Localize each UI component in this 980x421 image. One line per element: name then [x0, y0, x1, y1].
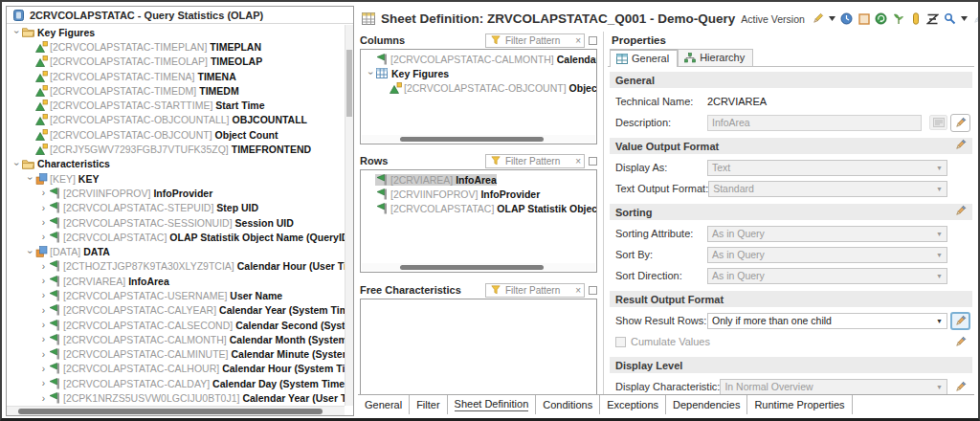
cumulate-values-checkbox[interactable] [615, 337, 626, 347]
tree-item[interactable]: [2CRVCOLAPSTATAC-TIMENA]TIMENA [7, 69, 345, 83]
free-collapse-toggle-icon[interactable] [589, 286, 597, 295]
chevron-right-icon[interactable]: › [39, 233, 48, 241]
rows-collapse-toggle-icon[interactable] [589, 157, 597, 166]
chevron-right-icon[interactable]: › [39, 379, 48, 388]
tree-item[interactable]: ›[2CRVCOLAPSTATAC-STEPUID]Step UID [7, 201, 345, 215]
tree-item[interactable]: ›Key Figures [7, 25, 345, 39]
sort-by-select[interactable]: As in Query▼ [707, 247, 947, 263]
sorting-attribute-select[interactable]: As in Query▼ [707, 226, 947, 242]
tree-item[interactable]: ›[2CRVCOLAPSTATAC-CALMINUTE]Calendar Min… [7, 347, 345, 362]
version-dropdown-caret-icon[interactable] [829, 12, 836, 26]
tree-item[interactable]: ›[2CRVCOLAPSTATAC-CALYEAR]Calendar Year … [7, 303, 345, 318]
properties-tab-hierarchy[interactable]: Hierarchy [678, 49, 753, 66]
rows-filter-input[interactable]: Filter Pattern × [485, 154, 585, 168]
display-characteristic-select[interactable]: In Normal Overview▼ [720, 379, 947, 395]
chevron-right-icon[interactable]: › [39, 218, 48, 227]
edit-display-characteristic-button[interactable] [950, 381, 970, 393]
chevron-right-icon[interactable]: › [39, 262, 48, 271]
tab-conditions[interactable]: Conditions [536, 395, 600, 414]
chevron-right-icon[interactable]: › [39, 321, 48, 329]
text-output-format-select[interactable]: Standard▼ [708, 181, 947, 197]
chevron-down-icon[interactable]: › [12, 28, 21, 36]
tools-dropdown-caret-icon[interactable] [961, 12, 969, 26]
tree-item[interactable]: ›[2CRVIAREA]InfoArea [7, 274, 345, 288]
tree-item[interactable]: ›[2CRVIINFOPROV]InfoProvider [7, 186, 345, 200]
activate-icon[interactable] [926, 12, 940, 26]
chevron-right-icon[interactable]: › [39, 188, 48, 197]
tab-sheet-definition[interactable]: Sheet Definition [448, 395, 537, 414]
tree-item[interactable]: [2CRVCOLAPSTATAC-STARTTIME]Start Time [7, 98, 345, 112]
columns-horizontal-scrollbar[interactable] [362, 135, 595, 143]
show-result-rows-select[interactable]: Only if more than one child▼ [707, 313, 947, 329]
rows-horizontal-scrollbar[interactable] [362, 263, 595, 271]
tree-item[interactable]: [2CRVCOLAPSTATAC]OLAP Statistik Object N… [361, 201, 596, 215]
chevron-right-icon[interactable]: › [39, 350, 48, 359]
tree-item[interactable]: [2CRJY5GWV7293FGBJ7VTUFK35ZQ]TIMEFRONTEN… [7, 142, 345, 156]
tree-item[interactable]: ›[DATA]DATA [7, 244, 345, 258]
columns-collapse-toggle-icon[interactable] [589, 36, 597, 45]
clear-filter-icon[interactable]: × [575, 156, 581, 166]
sprout-icon[interactable] [892, 12, 905, 26]
tab-filter[interactable]: Filter [410, 395, 447, 414]
chevron-down-icon[interactable]: › [26, 248, 34, 256]
chevron-right-icon[interactable]: › [39, 291, 48, 299]
chevron-down-icon[interactable]: › [12, 160, 21, 168]
sort-direction-select[interactable]: As in Query▼ [707, 268, 947, 284]
chevron-right-icon[interactable]: › [39, 306, 48, 315]
tree-item[interactable]: ›[KEY]KEY [7, 171, 345, 186]
chevron-right-icon[interactable]: › [39, 277, 48, 285]
description-field[interactable]: InfoArea [707, 115, 922, 131]
tools-icon[interactable] [944, 12, 957, 26]
tree-item[interactable]: ›[2CRVCOLAPSTATAC-USERNAME]User Name [7, 288, 345, 302]
tree-item[interactable]: ›[2CRVCOLAPSTATAC-CALDAY]Calendar Day (S… [7, 376, 345, 390]
left-horizontal-scrollbar[interactable] [7, 406, 345, 415]
edit-description-button[interactable] [950, 114, 970, 132]
tree-item[interactable]: [2CRVCOLAPSTATAC-TIMEDM]TIMEDM [7, 83, 345, 98]
tree-item[interactable]: ›[2CTHOZTJGP87K9TA30XLYZ9TCIA]Calendar H… [7, 259, 345, 274]
tree-item[interactable]: [2CRVCOLAPSTATAC-TIMEOLAP]TIMEOLAP [7, 55, 345, 69]
tree-item[interactable]: ›Key Figures [361, 66, 596, 80]
tree-item[interactable]: [2CRVCOLAPSTATAC-OBJCOUNT]Object Count [7, 127, 345, 142]
container-icon[interactable] [858, 12, 871, 26]
edit-cumulate-values-button[interactable] [950, 336, 970, 348]
chevron-right-icon[interactable]: › [39, 204, 48, 212]
chevron-right-icon[interactable]: › [39, 394, 48, 403]
edit-version-icon[interactable] [812, 12, 825, 26]
tree-item[interactable]: ›[2CPK1NRZS5USVW0LGCIJU0BT0J1]Calendar Y… [7, 390, 345, 405]
clear-filter-icon[interactable]: × [575, 35, 581, 46]
tree-item[interactable]: [2CRVIAREA]InfoArea [361, 172, 596, 187]
free-filter-input[interactable]: Filter Pattern × [485, 283, 585, 298]
chevron-right-icon[interactable]: › [39, 335, 48, 343]
tree-item[interactable]: [2CRVCOLAPSTATAC-TIMEPLAN]TIMEPLAN [7, 39, 345, 54]
tab-runtime-properties[interactable]: Runtime Properties [747, 395, 852, 414]
tree-item[interactable]: [2CRVCOLAPSTATAC-OBJCOUNT]Object Count [361, 80, 596, 95]
tab-dependencies[interactable]: Dependencies [666, 395, 747, 414]
tree-item[interactable]: ›[2CRVCOLAPSTATAC-SESSIONUID]Session UID [7, 215, 345, 230]
refresh-icon[interactable] [875, 12, 888, 26]
edit-value-output-button[interactable] [954, 139, 967, 153]
tree-item[interactable]: [2CRVCOLAPSTATAC-OBJCOUNTALL]OBJCOUNTALL [7, 113, 345, 127]
chevron-right-icon[interactable]: › [39, 365, 48, 373]
tree-item[interactable]: ›[2CRVCOLAPSTATAC-CALMONTH]Calendar Mont… [7, 332, 345, 346]
tree-item[interactable]: ›Characteristics [7, 157, 345, 171]
history-icon[interactable] [840, 12, 854, 26]
tree-item[interactable]: ›[2CRVCOLAPSTATAC-CALSECOND]Calendar Sec… [7, 318, 345, 332]
left-vertical-scrollbar[interactable] [345, 25, 353, 406]
tab-general[interactable]: General [358, 395, 410, 414]
properties-tab-general[interactable]: General [610, 49, 678, 67]
description-row: Description: InfoArea [608, 112, 974, 133]
edit-disabled-icon[interactable] [972, 12, 980, 26]
edit-sorting-button[interactable] [954, 205, 967, 219]
columns-filter-input[interactable]: Filter Pattern × [485, 33, 585, 48]
chevron-down-icon[interactable]: › [367, 69, 375, 78]
tab-exceptions[interactable]: Exceptions [600, 395, 666, 414]
tree-item[interactable]: ›[2CRVCOLAPSTATAC]OLAP Statistik Object … [7, 230, 345, 244]
tree-item[interactable]: [2CRVIINFOPROV]InfoProvider [361, 187, 596, 201]
token-icon[interactable] [909, 12, 923, 26]
tree-item[interactable]: ›[2CRVCOLAPSTATAC-CALHOUR]Calendar Hour … [7, 362, 345, 376]
chevron-down-icon[interactable]: › [26, 174, 34, 183]
edit-show-result-rows-button[interactable] [950, 312, 970, 330]
tree-item[interactable]: [2CRVCOLAPSTATAC-CALMONTH]Calendar Month… [361, 52, 596, 66]
clear-filter-icon[interactable]: × [575, 285, 581, 296]
display-as-select[interactable]: Text▼ [707, 160, 947, 176]
